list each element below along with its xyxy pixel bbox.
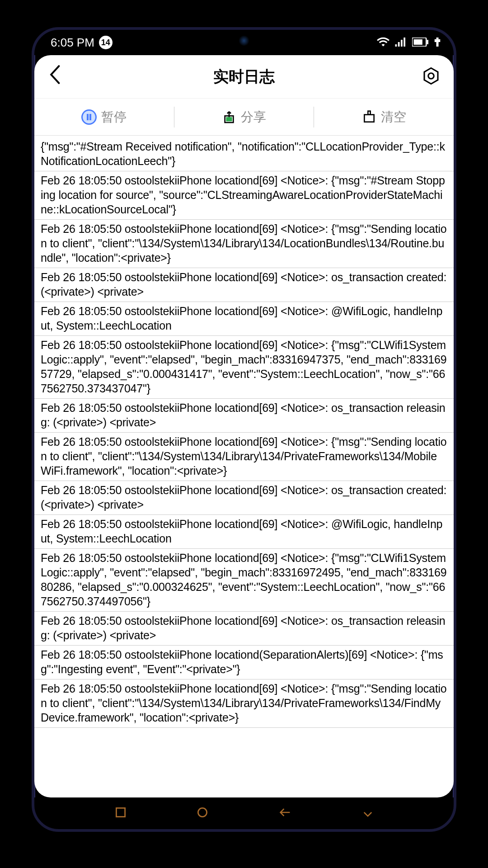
svg-rect-6	[427, 40, 428, 44]
status-time: 6:05 PM	[51, 36, 94, 50]
wifi-icon	[377, 36, 389, 50]
svg-rect-15	[364, 114, 374, 122]
share-button[interactable]: 分享	[174, 107, 314, 127]
battery-icon	[412, 36, 428, 50]
log-row[interactable]: Feb 26 18:05:50 ostoolstekiiPhone locati…	[34, 220, 454, 268]
settings-button[interactable]	[419, 64, 443, 90]
camera-notch	[238, 34, 250, 47]
log-row[interactable]: Feb 26 18:05:50 ostoolstekiiPhone locati…	[34, 515, 454, 549]
log-row[interactable]: Feb 26 18:05:50 ostoolstekiiPhone locati…	[34, 433, 454, 481]
log-row[interactable]: Feb 26 18:05:50 ostoolstekiiPhone locati…	[34, 679, 454, 728]
svg-point-17	[198, 808, 206, 816]
page-title: 实时日志	[213, 66, 275, 87]
title-bar: 实时日志	[34, 55, 454, 99]
log-row[interactable]: Feb 26 18:05:50 ostoolstekiiPhone locati…	[34, 268, 454, 302]
back-button[interactable]	[45, 61, 64, 93]
back-nav-button[interactable]	[270, 802, 300, 825]
svg-rect-1	[398, 42, 400, 47]
app-area: 实时日志 暂停 分享	[34, 55, 454, 797]
svg-rect-5	[414, 39, 422, 45]
android-nav-bar	[34, 797, 454, 829]
action-bar: 暂停 分享 清空	[34, 99, 454, 136]
svg-rect-13	[226, 117, 232, 121]
pause-icon	[81, 109, 97, 125]
log-row[interactable]: Feb 26 18:05:50 ostoolstekiiPhone locati…	[34, 646, 454, 679]
notification-count-badge: 14	[99, 36, 113, 49]
log-row[interactable]: Feb 26 18:05:50 ostoolstekiiPhone locati…	[34, 336, 454, 399]
log-row[interactable]: Feb 26 18:05:50 ostoolstekiiPhone locati…	[34, 399, 454, 433]
dropdown-nav-button[interactable]	[354, 802, 382, 825]
svg-marker-10	[424, 68, 438, 84]
svg-rect-8	[435, 39, 441, 42]
log-row[interactable]: Feb 26 18:05:50 ostoolstekiiPhone locati…	[34, 549, 454, 612]
pause-button[interactable]: 暂停	[34, 108, 174, 126]
log-row[interactable]: Feb 26 18:05:50 ostoolstekiiPhone locati…	[34, 481, 454, 515]
svg-rect-7	[436, 38, 439, 39]
log-row[interactable]: Feb 26 18:05:50 ostoolstekiiPhone locati…	[34, 612, 454, 646]
clear-button[interactable]: 清空	[314, 107, 454, 127]
charging-icon	[434, 36, 441, 50]
recents-button[interactable]	[107, 802, 135, 825]
svg-point-11	[428, 73, 434, 79]
home-button[interactable]	[188, 802, 216, 825]
log-row[interactable]: {"msg":"#Stream Received notification", …	[34, 136, 454, 171]
svg-rect-2	[401, 40, 403, 47]
log-list[interactable]: {"msg":"#Stream Received notification", …	[34, 136, 454, 797]
svg-rect-9	[436, 42, 439, 47]
phone-frame: 6:05 PM 14	[0, 0, 488, 868]
svg-rect-16	[116, 808, 125, 816]
clear-icon	[362, 110, 376, 124]
log-row[interactable]: Feb 26 18:05:50 ostoolstekiiPhone locati…	[34, 302, 454, 336]
svg-rect-3	[404, 38, 405, 47]
pause-label: 暂停	[101, 108, 127, 126]
svg-rect-0	[395, 44, 397, 47]
share-icon	[222, 110, 236, 124]
signal-icon	[395, 36, 407, 50]
clear-label: 清空	[381, 108, 406, 126]
share-label: 分享	[241, 108, 266, 126]
log-row[interactable]: Feb 26 18:05:50 ostoolstekiiPhone locati…	[34, 171, 454, 220]
phone-body: 6:05 PM 14	[32, 27, 456, 832]
